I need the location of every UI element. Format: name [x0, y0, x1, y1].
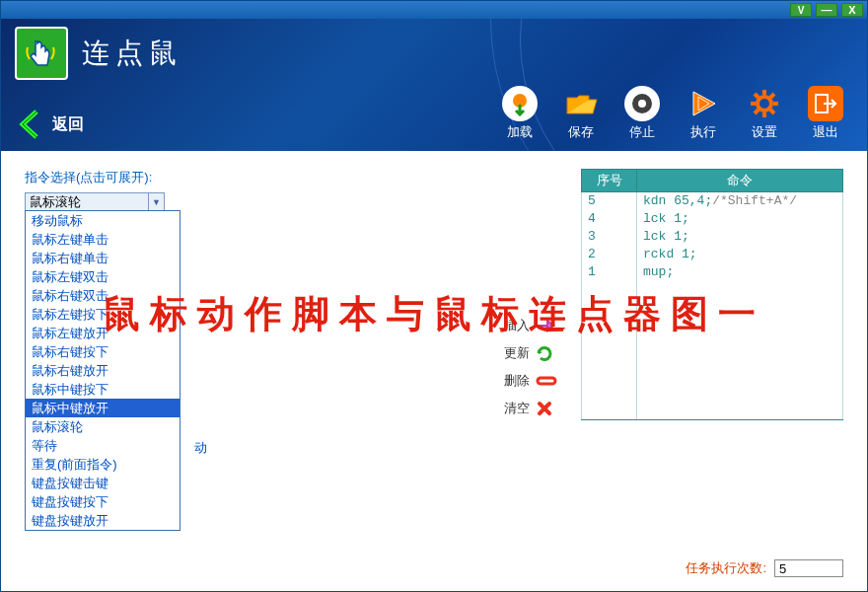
command-select-value: 鼠标滚轮 — [26, 193, 148, 211]
back-label: 返回 — [52, 114, 84, 135]
refresh-icon — [536, 344, 553, 362]
insert-button[interactable]: 插入 — [504, 317, 557, 334]
svg-line-8 — [755, 94, 759, 98]
table-row[interactable]: 1mup; — [582, 263, 843, 281]
dropdown-item[interactable]: 鼠标左键双击 — [26, 267, 180, 286]
content-area: 指令选择(点击可展开): 鼠标滚轮 ▼ 动 移动鼠标鼠标左键单击鼠标右键单击鼠标… — [1, 151, 867, 591]
run-button[interactable]: 执行 — [686, 86, 721, 141]
svg-line-10 — [770, 94, 774, 98]
chevron-down-icon: ▼ — [148, 193, 164, 211]
load-icon — [502, 86, 538, 121]
delete-button[interactable]: 删除 — [504, 372, 557, 390]
script-table[interactable]: 序号 命令 5kdn 65,4;/*Shift+A*/4lck 1;3lck 1… — [581, 169, 843, 420]
col-command: 命令 — [637, 170, 843, 192]
dropdown-item[interactable]: 鼠标左键按下 — [26, 305, 180, 324]
svg-point-2 — [638, 100, 646, 108]
table-row[interactable]: 5kdn 65,4;/*Shift+A*/ — [582, 192, 843, 210]
dropdown-item[interactable]: 键盘按键击键 — [26, 474, 180, 492]
svg-point-3 — [758, 97, 771, 111]
obscured-text: 动 — [194, 439, 207, 457]
dropdown-item[interactable]: 键盘按键按下 — [26, 492, 180, 511]
exit-icon — [808, 86, 843, 121]
load-button[interactable]: 加载 — [502, 86, 538, 141]
hand-cursor-icon — [22, 34, 61, 73]
play-icon — [686, 86, 721, 121]
svg-line-9 — [770, 110, 774, 113]
app-logo — [15, 27, 68, 80]
dropdown-item[interactable]: 等待 — [26, 436, 180, 455]
save-icon — [563, 86, 599, 121]
table-row[interactable]: 4lck 1; — [582, 210, 843, 228]
save-button[interactable]: 保存 — [563, 86, 599, 141]
table-row[interactable]: 3lck 1; — [582, 228, 843, 246]
exec-count-input[interactable] — [774, 559, 843, 577]
dropdown-item[interactable]: 鼠标中键放开 — [26, 399, 180, 417]
clear-button[interactable]: 清空 — [504, 400, 557, 417]
clear-icon — [536, 400, 553, 417]
dropdown-item[interactable]: 鼠标右键双击 — [26, 286, 180, 305]
stop-icon — [624, 86, 660, 121]
dropdown-item[interactable]: 鼠标右键按下 — [26, 342, 180, 361]
app-title: 连点鼠 — [82, 35, 182, 72]
dropdown-item[interactable]: 鼠标中键按下 — [26, 380, 180, 399]
command-dropdown[interactable]: 移动鼠标鼠标左键单击鼠标右键单击鼠标左键双击鼠标右键双击鼠标左键按下鼠标左键放开… — [25, 210, 181, 531]
delete-icon — [536, 375, 557, 387]
col-index: 序号 — [582, 170, 637, 192]
minimize-button[interactable]: — — [816, 3, 837, 17]
exit-button[interactable]: 退出 — [808, 86, 843, 141]
dropdown-item[interactable]: 鼠标右键单击 — [26, 249, 180, 267]
action-buttons: 插入 更新 删除 清空 — [504, 317, 557, 417]
version-button[interactable]: V — [790, 3, 812, 17]
dropdown-item[interactable]: 重复(前面指令) — [26, 455, 180, 474]
gear-icon — [747, 86, 782, 121]
back-button[interactable]: 返回 — [15, 108, 84, 141]
back-chevron-icon — [15, 108, 44, 141]
dropdown-item[interactable]: 鼠标左键单击 — [26, 230, 180, 249]
settings-button[interactable]: 设置 — [747, 86, 782, 141]
dropdown-item[interactable]: 鼠标右键放开 — [26, 361, 180, 380]
dropdown-item[interactable]: 移动鼠标 — [26, 211, 180, 230]
exec-count-label: 任务执行次数: — [686, 559, 766, 577]
svg-line-11 — [755, 110, 759, 113]
toolbar: 加载 保存 停止 执行 — [502, 86, 853, 141]
table-row[interactable]: 2rckd 1; — [582, 246, 843, 263]
stop-button[interactable]: 停止 — [624, 86, 660, 141]
close-button[interactable]: X — [841, 3, 863, 17]
svg-rect-13 — [538, 378, 555, 384]
script-table-area: 序号 命令 5kdn 65,4;/*Shift+A*/4lck 1;3lck 1… — [581, 169, 843, 420]
dropdown-item[interactable]: 鼠标左键放开 — [26, 324, 180, 342]
arrow-right-icon — [536, 318, 555, 333]
table-row[interactable] — [582, 281, 843, 420]
titlebar: V — X — [1, 1, 867, 19]
dropdown-item[interactable]: 键盘按键放开 — [26, 511, 180, 530]
command-select[interactable]: 鼠标滚轮 ▼ — [25, 192, 165, 212]
header: 连点鼠 返回 加载 保存 停止 — [1, 19, 867, 151]
exec-count-row: 任务执行次数: — [686, 559, 843, 577]
dropdown-item[interactable]: 鼠标滚轮 — [26, 417, 180, 436]
update-button[interactable]: 更新 — [504, 344, 557, 362]
